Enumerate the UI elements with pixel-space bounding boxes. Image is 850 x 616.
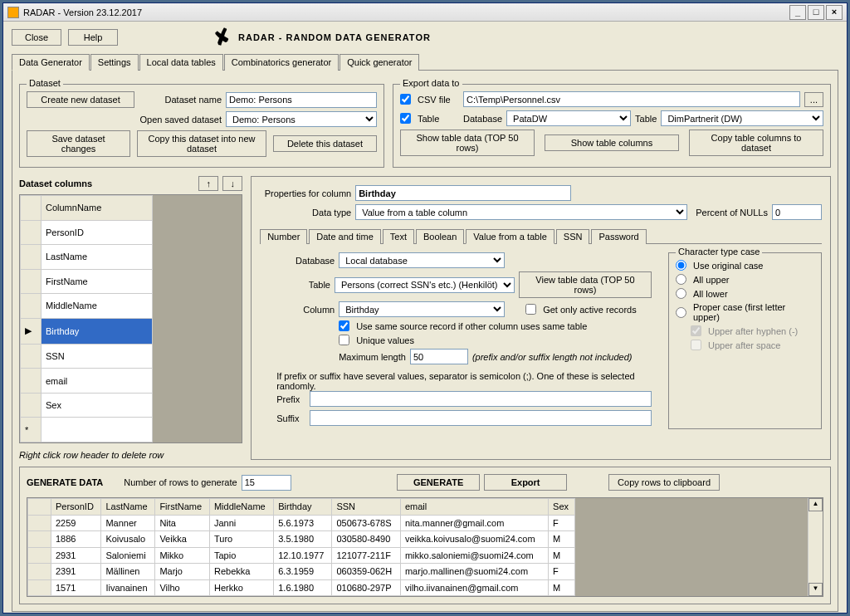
table-row[interactable]: 2391MällinenMarjoRebekka6.3.1959060359-0… (28, 564, 575, 580)
copy-columns-button[interactable]: Copy table columns to dataset (689, 130, 823, 156)
column-row[interactable]: PersonID (21, 220, 153, 245)
data-type-label: Data type (260, 208, 351, 218)
src-table-select[interactable]: Persons (correct SSN's etc.) (Henkilöt) (335, 277, 515, 293)
property-tabs: Number Date and time Text Boolean Value … (260, 228, 822, 244)
column-row[interactable]: FirstName (21, 269, 153, 294)
close-button[interactable]: Close (12, 29, 61, 46)
export-button[interactable]: Export (484, 474, 567, 491)
dataset-name-input[interactable] (226, 92, 377, 108)
column-row[interactable]: SSN (21, 344, 153, 369)
tab-quick[interactable]: Quick generator (340, 54, 419, 71)
table-row[interactable]: 2259MannerNitaJanni5.6.1973050673-678Sni… (28, 515, 575, 531)
open-dataset-label: Open saved dataset (139, 115, 222, 125)
generate-button[interactable]: GENERATE (397, 474, 480, 491)
same-source-checkbox[interactable] (339, 320, 349, 331)
upper-hyphen-checkbox (691, 325, 701, 336)
prefix-input[interactable] (310, 391, 652, 407)
case-upper-radio[interactable] (676, 274, 686, 285)
unique-values-label: Unique values (356, 335, 414, 345)
tab-local-tables[interactable]: Local data tables (139, 54, 223, 71)
case-original-radio[interactable] (676, 260, 686, 271)
same-source-label: Use same source record if other column u… (356, 321, 587, 331)
active-records-checkbox[interactable] (525, 304, 536, 315)
export-table-select[interactable]: DimPartnerit (DW) (661, 110, 823, 126)
column-row[interactable]: LastName (21, 245, 153, 270)
prefix-label: Prefix (276, 394, 305, 404)
radar-logo-icon: ✘ (211, 23, 235, 51)
proptab-number[interactable]: Number (260, 229, 307, 244)
save-dataset-button[interactable]: Save dataset changes (27, 130, 130, 157)
app-title: ✘ RADAR - RANDOM DATA GENERATOR (214, 26, 431, 49)
browse-button[interactable]: ... (804, 92, 823, 107)
results-grid[interactable]: PersonIDLastNameFirstNameMiddleNameBirth… (27, 498, 575, 596)
tab-data-generator[interactable]: Data Generator (12, 54, 90, 71)
view-table-data-button[interactable]: View table data (TOP 50 rows) (519, 271, 652, 298)
src-column-select[interactable]: Birthday (339, 301, 505, 317)
main-tabs: Data Generator Settings Local data table… (12, 53, 838, 71)
show-table-columns-button[interactable]: Show table columns (545, 134, 679, 151)
src-table-label: Table (276, 280, 330, 290)
database-select[interactable]: PataDW (506, 110, 631, 126)
tab-combinatorics[interactable]: Combinatorics generator (224, 54, 339, 71)
column-row[interactable]: ▶Birthday (21, 318, 153, 344)
export-group-title: Export data to (400, 78, 462, 88)
unique-values-checkbox[interactable] (339, 335, 349, 345)
table-row[interactable]: 1571IivanainenVilhoHerkko1.6.1980010680-… (28, 579, 575, 596)
move-down-button[interactable]: ↓ (222, 176, 242, 191)
column-row[interactable]: Sex (21, 393, 153, 418)
maxlen-input[interactable] (410, 349, 468, 364)
dataset-name-label: Dataset name (139, 95, 222, 105)
maxlen-hint: (prefix and/or suffix length not include… (472, 352, 633, 362)
titlebar: RADAR - Version 23.12.2017 _ □ × (3, 3, 847, 22)
copy-dataset-button[interactable]: Copy this dataset into new dataset (137, 130, 266, 157)
csv-checkbox[interactable] (400, 94, 411, 105)
csv-path-input[interactable] (463, 91, 800, 107)
props-column-input[interactable] (355, 185, 571, 201)
table-row[interactable]: 1886KoivusaloVeikkaTuro3.5.1980030580-84… (28, 531, 575, 548)
column-row[interactable]: email (21, 369, 153, 394)
src-database-select[interactable]: Local database (339, 252, 505, 268)
data-type-select[interactable]: Value from a table column (355, 204, 687, 220)
column-row[interactable]: MiddleName (21, 294, 153, 319)
minimize-button[interactable]: _ (789, 5, 806, 20)
proptab-ssn[interactable]: SSN (556, 229, 590, 244)
proptab-password[interactable]: Password (591, 229, 646, 244)
help-button[interactable]: Help (68, 29, 118, 46)
maximize-button[interactable]: □ (808, 5, 824, 20)
table-row[interactable]: 2931SaloniemiMikkoTapio12.10.1977121077-… (28, 547, 575, 564)
create-dataset-button[interactable]: Create new dataset (27, 91, 134, 108)
scroll-up-button[interactable]: ▲ (808, 498, 823, 511)
table-checkbox[interactable] (400, 113, 411, 124)
case-lower-radio[interactable] (676, 288, 686, 299)
delete-dataset-button[interactable]: Delete this dataset (273, 135, 377, 152)
export-table-label: Table (635, 114, 657, 124)
columns-hint: Right click row header to delete row (19, 450, 242, 460)
proptab-text[interactable]: Text (383, 229, 414, 244)
proptab-boolean[interactable]: Boolean (416, 229, 464, 244)
scrollbar[interactable]: ▲ ▼ (808, 498, 823, 596)
move-up-button[interactable]: ↑ (198, 176, 218, 191)
close-window-button[interactable]: × (826, 5, 843, 20)
case-group-title: Character type case (676, 247, 762, 257)
props-column-label: Properties for column (260, 188, 351, 198)
open-dataset-select[interactable]: Demo: Persons (226, 111, 377, 127)
rows-input[interactable] (242, 475, 291, 491)
maxlen-label: Maximum length (339, 352, 406, 362)
columns-grid[interactable]: ColumnName PersonIDLastNameFirstNameMidd… (20, 195, 153, 442)
prefix-hint: If prefix or suffix have several values,… (276, 371, 652, 391)
rows-label: Number of rows to generate (124, 477, 237, 487)
tab-settings[interactable]: Settings (90, 54, 139, 71)
case-proper-radio[interactable] (676, 307, 686, 318)
copy-clipboard-button[interactable]: Copy rows to clipboard (608, 474, 720, 491)
upper-space-checkbox (691, 340, 701, 350)
proptab-value-from-table[interactable]: Value from a table (466, 229, 554, 244)
dataset-group-title: Dataset (27, 78, 63, 88)
nulls-input[interactable] (772, 204, 822, 220)
scroll-down-button[interactable]: ▼ (808, 583, 823, 596)
proptab-datetime[interactable]: Date and time (309, 229, 380, 244)
suffix-input[interactable] (310, 410, 652, 426)
nulls-label: Percent of NULLs (696, 208, 768, 218)
show-table-data-button[interactable]: Show table data (TOP 50 rows) (400, 130, 535, 156)
grid-filler (575, 498, 808, 596)
src-column-label: Column (276, 305, 335, 315)
